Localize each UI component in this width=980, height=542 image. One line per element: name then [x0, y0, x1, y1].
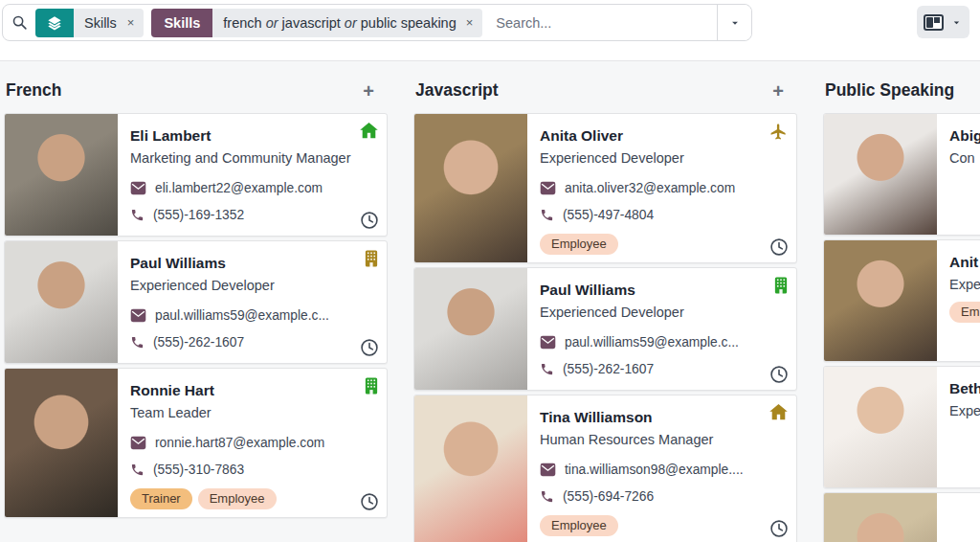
employee-name: Paul Williams — [130, 252, 375, 275]
activity-clock-icon[interactable] — [360, 338, 379, 357]
activity-clock-icon[interactable] — [360, 211, 379, 230]
tag-badge: Trainer — [130, 488, 192, 509]
employee-card[interactable]: Paul WilliamsExperienced Developerpaul.w… — [4, 240, 388, 364]
envelope-icon — [130, 308, 146, 323]
column-header: Public Speaking — [823, 79, 980, 101]
tag-badge: Employee — [198, 488, 277, 509]
employee-job-title: Team Leader — [130, 402, 375, 424]
column-title: French — [6, 80, 61, 101]
phone-icon — [540, 362, 554, 376]
employee-job-title: Experienced Developer — [130, 275, 375, 297]
employee-phone[interactable]: (555)-262-1607 — [563, 362, 654, 376]
view-switcher-button[interactable] — [917, 6, 969, 38]
employee-photo — [824, 367, 937, 487]
card-body: Paul WilliamsExperienced Developerpaul.w… — [527, 268, 796, 390]
employee-phone[interactable]: (555)-694-7266 — [563, 489, 654, 504]
employee-name: Anita Oliver — [540, 124, 785, 147]
tag-badge: Em — [949, 302, 980, 323]
office-building-icon — [365, 250, 378, 267]
search-icon — [3, 14, 35, 31]
employee-phone[interactable]: (555)-169-1352 — [153, 208, 244, 222]
activity-clock-icon[interactable] — [360, 492, 379, 511]
employee-job-title: Experienced Developer — [540, 302, 785, 324]
office-building-icon — [774, 277, 788, 294]
envelope-icon — [130, 181, 146, 195]
employee-phone[interactable]: (555)-262-1607 — [153, 335, 244, 350]
column-title: Public Speaking — [825, 80, 954, 101]
remove-groupby-facet-icon[interactable]: × — [125, 15, 145, 30]
envelope-icon — [130, 436, 146, 450]
card-body: Eli LambertMarketing and Community Manag… — [118, 114, 387, 236]
employee-card[interactable]: BethExpe — [823, 366, 980, 488]
phone-row: (555)-262-1607 — [130, 328, 375, 355]
tag-row: Employee — [540, 515, 785, 536]
employee-job-title: Con — [949, 147, 980, 169]
tag-badge: Employee — [540, 234, 618, 255]
kanban-view-icon — [924, 14, 944, 31]
card-stack: Eli LambertMarketing and Community Manag… — [4, 113, 388, 518]
search-input[interactable] — [496, 15, 717, 31]
employee-phone[interactable]: (555)-497-4804 — [563, 208, 654, 222]
tag-row: TrainerEmployee — [130, 488, 375, 509]
groupby-facet-skills: Skills × — [35, 9, 144, 37]
employee-card[interactable]: AbigCon — [823, 113, 980, 236]
employee-phone[interactable]: (555)-310-7863 — [153, 463, 244, 477]
employee-email[interactable]: anita.oliver32@example.com — [565, 181, 735, 195]
home-icon — [769, 404, 788, 420]
phone-icon — [130, 208, 145, 222]
employee-card[interactable]: Eli LambertMarketing and Community Manag… — [4, 113, 388, 237]
employee-card[interactable]: Tina WilliamsonHuman Resources Managerti… — [413, 395, 797, 542]
activity-clock-icon[interactable] — [769, 519, 789, 538]
column-title: Javascript — [415, 80, 499, 101]
employee-card[interactable]: Anita OliverExperienced Developeranita.o… — [413, 113, 797, 263]
employee-email[interactable]: ronnie.hart87@example.com — [155, 436, 324, 450]
card-body: Paul WilliamsExperienced Developerpaul.w… — [118, 241, 387, 363]
employee-photo — [414, 268, 527, 390]
employee-photo — [824, 114, 937, 235]
email-row: eli.lambert22@example.com — [130, 174, 375, 201]
employee-email[interactable]: paul.williams59@example.c... — [155, 308, 329, 323]
phone-row: (555)-497-4804 — [540, 201, 785, 228]
activity-clock-icon[interactable] — [769, 365, 789, 384]
employee-email[interactable]: eli.lambert22@example.com — [155, 181, 323, 195]
column-header: Javascript+ — [413, 79, 797, 101]
add-record-button[interactable]: + — [361, 81, 376, 101]
card-stack: Anita OliverExperienced Developeranita.o… — [413, 113, 797, 542]
home-icon — [360, 123, 378, 139]
employee-card[interactable] — [823, 492, 980, 542]
filter-facet-value-part: or — [262, 15, 278, 31]
kanban-board: French+Eli LambertMarketing and Communit… — [0, 61, 980, 542]
search-options-toggle[interactable] — [717, 5, 751, 40]
employee-email[interactable]: tina.williamson98@example.... — [565, 463, 744, 477]
email-row: ronnie.hart87@example.com — [130, 429, 375, 456]
card-stack: AbigConAnitExpeEmBethExpe — [823, 113, 980, 542]
activity-clock-icon[interactable] — [769, 237, 789, 257]
employee-name: Tina Williamson — [540, 406, 785, 429]
employee-photo — [5, 369, 118, 517]
employee-photo — [414, 395, 527, 542]
employee-photo — [824, 240, 937, 361]
filter-facet-category: Skills — [151, 9, 212, 37]
remove-filter-facet-icon[interactable]: × — [464, 15, 483, 30]
office-building-icon — [365, 377, 378, 395]
tag-row: Employee — [540, 234, 785, 255]
plane-icon — [769, 123, 788, 141]
employee-job-title: Human Resources Manager — [540, 429, 785, 451]
employee-job-title: Experienced Developer — [540, 147, 785, 169]
employee-card[interactable]: Ronnie HartTeam Leaderronnie.hart87@exam… — [4, 368, 388, 518]
employee-card[interactable]: Paul WilliamsExperienced Developerpaul.w… — [413, 267, 797, 391]
phone-icon — [540, 489, 554, 504]
phone-row: (555)-169-1352 — [130, 201, 375, 228]
email-row: anita.oliver32@example.com — [540, 174, 785, 201]
kanban-column: Javascript+Anita OliverExperienced Devel… — [413, 79, 797, 542]
employee-card[interactable]: AnitExpeEm — [823, 239, 980, 362]
employee-photo — [5, 241, 118, 363]
card-body — [937, 493, 980, 542]
employee-job-title: Marketing and Community Manager — [130, 147, 375, 169]
email-row: tina.williamson98@example.... — [540, 456, 785, 483]
employee-email[interactable]: paul.williams59@example.c... — [565, 335, 739, 350]
add-record-button[interactable]: + — [770, 81, 786, 101]
filter-facet-value-part: javascript — [278, 15, 341, 31]
kanban-column: Public SpeakingAbigConAnitExpeEmBethExpe — [823, 79, 980, 542]
phone-icon — [130, 335, 145, 350]
